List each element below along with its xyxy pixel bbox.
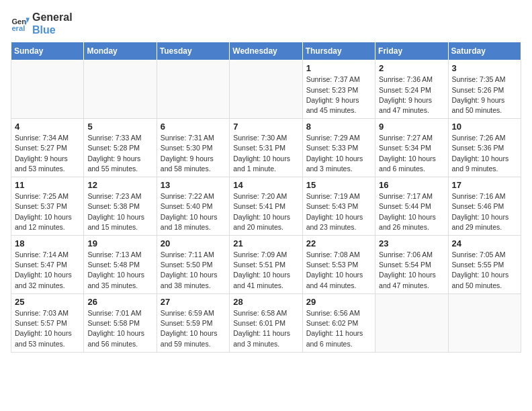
calendar-cell: 25Sunrise: 7:03 AM Sunset: 5:57 PM Dayli…	[11, 293, 84, 352]
day-detail: Sunrise: 7:30 AM Sunset: 5:31 PM Dayligh…	[233, 133, 298, 174]
calendar-week-3: 11Sunrise: 7:25 AM Sunset: 5:37 PM Dayli…	[11, 177, 521, 236]
day-number: 3	[452, 63, 517, 73]
day-detail: Sunrise: 6:56 AM Sunset: 6:02 PM Dayligh…	[306, 308, 371, 349]
day-number: 16	[379, 180, 444, 190]
calendar-cell	[375, 293, 448, 352]
day-number: 24	[452, 238, 517, 248]
weekday-header-wednesday: Wednesday	[230, 42, 302, 60]
day-number: 26	[87, 297, 152, 307]
calendar-cell: 8Sunrise: 7:29 AM Sunset: 5:33 PM Daylig…	[302, 119, 375, 177]
day-number: 29	[306, 297, 371, 307]
calendar-cell: 20Sunrise: 7:11 AM Sunset: 5:50 PM Dayli…	[157, 236, 229, 294]
calendar-cell: 3Sunrise: 7:35 AM Sunset: 5:26 PM Daylig…	[448, 60, 521, 119]
day-detail: Sunrise: 7:03 AM Sunset: 5:57 PM Dayligh…	[15, 308, 80, 349]
day-detail: Sunrise: 7:06 AM Sunset: 5:54 PM Dayligh…	[379, 250, 444, 291]
day-detail: Sunrise: 7:35 AM Sunset: 5:26 PM Dayligh…	[452, 75, 517, 116]
day-number: 18	[15, 238, 80, 248]
logo-icon: Gen eral	[11, 14, 30, 33]
calendar-week-1: 1Sunrise: 7:37 AM Sunset: 5:23 PM Daylig…	[11, 60, 521, 119]
day-number: 27	[161, 297, 226, 307]
weekday-header-sunday: Sunday	[11, 42, 84, 60]
day-detail: Sunrise: 7:14 AM Sunset: 5:47 PM Dayligh…	[15, 250, 80, 291]
calendar-cell: 7Sunrise: 7:30 AM Sunset: 5:31 PM Daylig…	[230, 119, 302, 177]
calendar-cell: 10Sunrise: 7:26 AM Sunset: 5:36 PM Dayli…	[448, 119, 521, 177]
calendar-cell: 14Sunrise: 7:20 AM Sunset: 5:41 PM Dayli…	[230, 177, 302, 236]
calendar-cell: 12Sunrise: 7:23 AM Sunset: 5:38 PM Dayli…	[84, 177, 157, 236]
calendar-cell	[157, 60, 229, 119]
calendar-table: SundayMondayTuesdayWednesdayThursdayFrid…	[11, 42, 521, 352]
day-number: 2	[379, 63, 444, 73]
day-number: 28	[233, 297, 298, 307]
logo-text-general: GeneralBlue	[32, 11, 73, 36]
day-detail: Sunrise: 7:27 AM Sunset: 5:34 PM Dayligh…	[379, 133, 444, 174]
day-detail: Sunrise: 7:08 AM Sunset: 5:53 PM Dayligh…	[306, 250, 371, 291]
day-number: 22	[306, 238, 371, 248]
day-detail: Sunrise: 7:20 AM Sunset: 5:41 PM Dayligh…	[233, 191, 298, 232]
day-number: 19	[87, 238, 152, 248]
day-number: 25	[15, 297, 80, 307]
day-number: 15	[306, 180, 371, 190]
day-detail: Sunrise: 7:11 AM Sunset: 5:50 PM Dayligh…	[161, 250, 226, 291]
day-number: 5	[87, 122, 152, 132]
day-detail: Sunrise: 7:25 AM Sunset: 5:37 PM Dayligh…	[15, 191, 80, 232]
day-detail: Sunrise: 7:09 AM Sunset: 5:51 PM Dayligh…	[233, 250, 298, 291]
calendar-cell: 11Sunrise: 7:25 AM Sunset: 5:37 PM Dayli…	[11, 177, 84, 236]
calendar-cell: 28Sunrise: 6:58 AM Sunset: 6:01 PM Dayli…	[230, 293, 302, 352]
calendar-cell: 21Sunrise: 7:09 AM Sunset: 5:51 PM Dayli…	[230, 236, 302, 294]
day-detail: Sunrise: 7:19 AM Sunset: 5:43 PM Dayligh…	[306, 191, 371, 232]
calendar-cell: 5Sunrise: 7:33 AM Sunset: 5:28 PM Daylig…	[84, 119, 157, 177]
calendar-cell	[448, 293, 521, 352]
day-detail: Sunrise: 7:31 AM Sunset: 5:30 PM Dayligh…	[161, 133, 226, 174]
day-number: 7	[233, 122, 298, 132]
day-detail: Sunrise: 7:22 AM Sunset: 5:40 PM Dayligh…	[161, 191, 226, 232]
weekday-header-saturday: Saturday	[448, 42, 521, 60]
calendar-week-5: 25Sunrise: 7:03 AM Sunset: 5:57 PM Dayli…	[11, 293, 521, 352]
calendar-cell: 23Sunrise: 7:06 AM Sunset: 5:54 PM Dayli…	[375, 236, 448, 294]
calendar-header-row: SundayMondayTuesdayWednesdayThursdayFrid…	[11, 42, 521, 60]
day-detail: Sunrise: 7:17 AM Sunset: 5:44 PM Dayligh…	[379, 191, 444, 232]
day-detail: Sunrise: 7:34 AM Sunset: 5:27 PM Dayligh…	[15, 133, 80, 174]
day-detail: Sunrise: 7:36 AM Sunset: 5:24 PM Dayligh…	[379, 75, 444, 116]
calendar-cell: 15Sunrise: 7:19 AM Sunset: 5:43 PM Dayli…	[302, 177, 375, 236]
calendar-cell: 29Sunrise: 6:56 AM Sunset: 6:02 PM Dayli…	[302, 293, 375, 352]
calendar-week-2: 4Sunrise: 7:34 AM Sunset: 5:27 PM Daylig…	[11, 119, 521, 177]
calendar-cell: 16Sunrise: 7:17 AM Sunset: 5:44 PM Dayli…	[375, 177, 448, 236]
day-number: 13	[161, 180, 226, 190]
calendar-cell: 26Sunrise: 7:01 AM Sunset: 5:58 PM Dayli…	[84, 293, 157, 352]
calendar-week-4: 18Sunrise: 7:14 AM Sunset: 5:47 PM Dayli…	[11, 236, 521, 294]
day-number: 23	[379, 238, 444, 248]
calendar-cell: 19Sunrise: 7:13 AM Sunset: 5:48 PM Dayli…	[84, 236, 157, 294]
day-number: 11	[15, 180, 80, 190]
weekday-header-thursday: Thursday	[302, 42, 375, 60]
calendar-cell: 1Sunrise: 7:37 AM Sunset: 5:23 PM Daylig…	[302, 60, 375, 119]
day-number: 6	[161, 122, 226, 132]
day-number: 1	[306, 63, 371, 73]
calendar-cell: 6Sunrise: 7:31 AM Sunset: 5:30 PM Daylig…	[157, 119, 229, 177]
logo: Gen eral GeneralBlue	[11, 11, 73, 36]
weekday-header-monday: Monday	[84, 42, 157, 60]
day-number: 12	[87, 180, 152, 190]
day-number: 9	[379, 122, 444, 132]
weekday-header-tuesday: Tuesday	[157, 42, 229, 60]
calendar-cell	[84, 60, 157, 119]
calendar-cell: 2Sunrise: 7:36 AM Sunset: 5:24 PM Daylig…	[375, 60, 448, 119]
day-number: 4	[15, 122, 80, 132]
day-detail: Sunrise: 7:23 AM Sunset: 5:38 PM Dayligh…	[87, 191, 152, 232]
day-detail: Sunrise: 7:01 AM Sunset: 5:58 PM Dayligh…	[87, 308, 152, 349]
day-detail: Sunrise: 7:13 AM Sunset: 5:48 PM Dayligh…	[87, 250, 152, 291]
calendar-cell: 22Sunrise: 7:08 AM Sunset: 5:53 PM Dayli…	[302, 236, 375, 294]
calendar-cell: 24Sunrise: 7:05 AM Sunset: 5:55 PM Dayli…	[448, 236, 521, 294]
svg-text:eral: eral	[11, 24, 25, 32]
day-number: 10	[452, 122, 517, 132]
calendar-cell	[11, 60, 84, 119]
day-detail: Sunrise: 6:59 AM Sunset: 5:59 PM Dayligh…	[161, 308, 226, 349]
calendar-cell: 13Sunrise: 7:22 AM Sunset: 5:40 PM Dayli…	[157, 177, 229, 236]
day-number: 20	[161, 238, 226, 248]
calendar-cell	[230, 60, 302, 119]
day-number: 21	[233, 238, 298, 248]
calendar-cell: 27Sunrise: 6:59 AM Sunset: 5:59 PM Dayli…	[157, 293, 229, 352]
weekday-header-friday: Friday	[375, 42, 448, 60]
day-detail: Sunrise: 7:37 AM Sunset: 5:23 PM Dayligh…	[306, 75, 371, 116]
calendar-cell: 9Sunrise: 7:27 AM Sunset: 5:34 PM Daylig…	[375, 119, 448, 177]
day-detail: Sunrise: 7:16 AM Sunset: 5:46 PM Dayligh…	[452, 191, 517, 232]
